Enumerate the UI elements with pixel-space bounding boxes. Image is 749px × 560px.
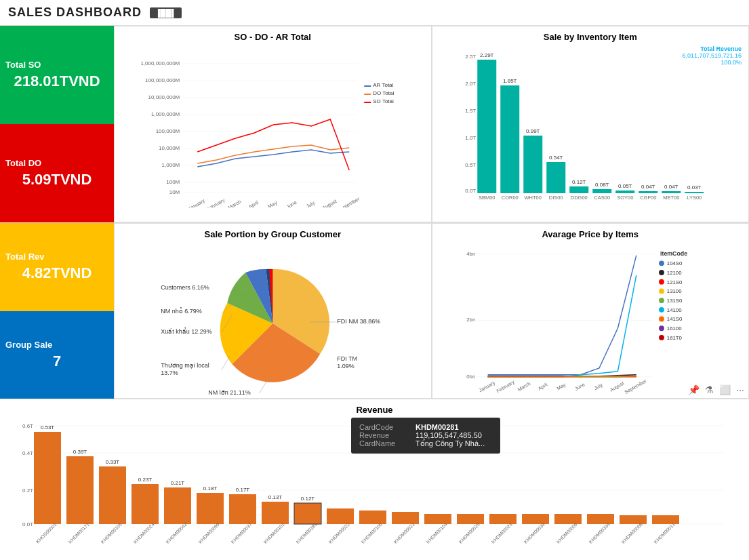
svg-rect-57: [685, 192, 704, 193]
inventory-total-pct: 100.0%: [682, 59, 742, 66]
svg-point-107: [659, 289, 664, 294]
svg-rect-139: [229, 494, 256, 524]
svg-text:10,000M: 10,000M: [159, 145, 180, 151]
svg-text:0.6T: 0.6T: [22, 423, 33, 429]
svg-text:100M: 100M: [166, 179, 180, 185]
svg-rect-131: [99, 466, 126, 524]
svg-text:2.0T: 2.0T: [465, 81, 476, 87]
tooltip-cardcode-label: CardCode: [359, 423, 410, 431]
sale-by-inventory-title: Sale by Inventory Item: [438, 32, 744, 42]
svg-text:121S0: 121S0: [666, 279, 682, 285]
svg-text:1,000M: 1,000M: [162, 162, 180, 168]
svg-text:KHOS00001: KHOS00001: [35, 522, 58, 544]
dashboard-title: SALES DASHBOARD: [8, 5, 142, 20]
svg-text:0.21T: 0.21T: [171, 480, 185, 486]
svg-text:NM lớn 21.11%: NM lớn 21.11%: [208, 389, 251, 396]
svg-rect-154: [620, 515, 647, 524]
kpi-total-rev: Total Rev 4.82TVND: [0, 223, 114, 311]
expand-icon[interactable]: ⬜: [719, 384, 731, 395]
svg-rect-51: [615, 191, 634, 193]
svg-text:0.0T: 0.0T: [465, 188, 476, 194]
sale-by-inventory-chart: Sale by Inventory Item Total Revenue 6,0…: [432, 26, 750, 222]
svg-rect-133: [131, 484, 159, 524]
svg-text:KHDM00281: KHDM00281: [296, 522, 318, 544]
svg-text:KHDM00025: KHDM00025: [458, 522, 481, 544]
svg-text:February: February: [205, 197, 226, 207]
svg-text:KHDM00022: KHDM00022: [328, 522, 350, 544]
svg-text:0.0T: 0.0T: [22, 521, 33, 527]
svg-text:KHDM00106: KHDM00106: [361, 522, 383, 544]
svg-text:4bn: 4bn: [466, 251, 475, 257]
middle-section: Total Rev 4.82TVND Group Sale 7 Sale Por…: [0, 222, 749, 399]
svg-text:September: September: [623, 378, 647, 395]
filter-icon[interactable]: ⚗: [705, 384, 714, 395]
svg-text:131S0: 131S0: [666, 298, 682, 304]
svg-text:August: August: [608, 380, 624, 393]
svg-text:KHDM00104: KHDM00104: [426, 522, 448, 544]
so-do-ar-title: SO - DO - AR Total: [120, 32, 426, 42]
svg-rect-155: [652, 515, 679, 524]
svg-text:14100: 14100: [666, 307, 681, 313]
kpi-total-rev-label: Total Rev: [5, 252, 45, 262]
svg-text:KHDM00099: KHDM00099: [198, 522, 220, 544]
svg-text:KHDM00334: KHDM00334: [588, 522, 611, 544]
svg-text:1.0T: 1.0T: [465, 135, 476, 141]
tooltip-revenue-label: Revenue: [359, 431, 410, 439]
svg-rect-151: [522, 514, 549, 524]
svg-rect-152: [554, 514, 582, 524]
svg-text:10M: 10M: [169, 189, 180, 195]
top-section: Total SO 218.01TVND Total DO 5.09TVND SO…: [0, 26, 749, 222]
so-do-ar-svg: 1,000,000,000M 100,000,000M 10,000,000M …: [120, 45, 426, 207]
svg-text:0.12T: 0.12T: [572, 179, 586, 185]
kpi-total-rev-value: 4.82TVND: [22, 264, 92, 282]
chart-actions[interactable]: 📌 ⚗ ⬜ ···: [688, 384, 744, 395]
svg-text:DO Total: DO Total: [373, 90, 394, 96]
svg-rect-45: [546, 162, 565, 193]
tooltip-cardcode-value: KHDM00281: [416, 423, 459, 431]
kpi-group-sale-label: Group Sale: [5, 340, 52, 350]
kpi-panel-mid: Total Rev 4.82TVND Group Sale 7: [0, 223, 114, 399]
more-icon[interactable]: ···: [736, 384, 744, 395]
svg-rect-149: [457, 514, 484, 524]
avg-price-chart: Avarage Price by Items 4bn 2bn 0bn: [432, 223, 750, 399]
svg-text:AR Total: AR Total: [373, 82, 393, 88]
svg-point-115: [659, 325, 664, 331]
inventory-total-label: Total Revenue: [682, 45, 742, 52]
svg-point-105: [659, 279, 664, 285]
svg-text:104S0: 104S0: [666, 260, 682, 266]
svg-rect-147: [392, 512, 419, 524]
svg-rect-153: [587, 514, 614, 524]
svg-text:0.03T: 0.03T: [687, 184, 702, 191]
svg-text:KHDM00009: KHDM00009: [556, 522, 578, 544]
svg-text:141S0: 141S0: [666, 316, 682, 322]
svg-text:January: January: [477, 380, 495, 394]
dashboard: SALES DASHBOARD ▐██▌ Total SO 218.01TVND…: [0, 0, 749, 560]
svg-point-117: [659, 335, 664, 340]
svg-text:KHDM00105: KHDM00105: [100, 522, 123, 544]
pin-icon[interactable]: 📌: [688, 384, 700, 395]
svg-text:ItemCode: ItemCode: [660, 250, 687, 257]
svg-text:SOY00: SOY00: [617, 195, 633, 201]
svg-text:0.54T: 0.54T: [549, 155, 563, 161]
svg-text:KHDM00171: KHDM00171: [68, 522, 90, 544]
kpi-group-sale-value: 7: [53, 353, 61, 370]
svg-text:1.09%: 1.09%: [337, 363, 355, 369]
svg-text:July: July: [592, 382, 603, 391]
svg-text:2bn: 2bn: [466, 317, 475, 323]
svg-text:January: January: [187, 197, 206, 207]
svg-text:CGF00: CGF00: [640, 195, 656, 201]
revenue-title: Revenue: [5, 405, 744, 415]
svg-text:September: September: [336, 196, 361, 207]
svg-text:13.7%: 13.7%: [161, 369, 178, 376]
svg-rect-27: [364, 85, 371, 87]
svg-rect-129: [66, 456, 94, 524]
svg-text:June: June: [573, 381, 586, 392]
svg-text:July: July: [305, 199, 316, 207]
svg-text:DIS00: DIS00: [548, 195, 563, 201]
svg-text:NM nhỏ 6.79%: NM nhỏ 6.79%: [161, 307, 202, 315]
sale-portion-title: Sale Portion by Group Customer: [120, 229, 426, 239]
sale-portion-chart: Sale Portion by Group Customer: [114, 223, 432, 399]
svg-text:June: June: [285, 199, 298, 207]
svg-rect-31: [364, 102, 371, 103]
svg-point-103: [659, 270, 664, 275]
